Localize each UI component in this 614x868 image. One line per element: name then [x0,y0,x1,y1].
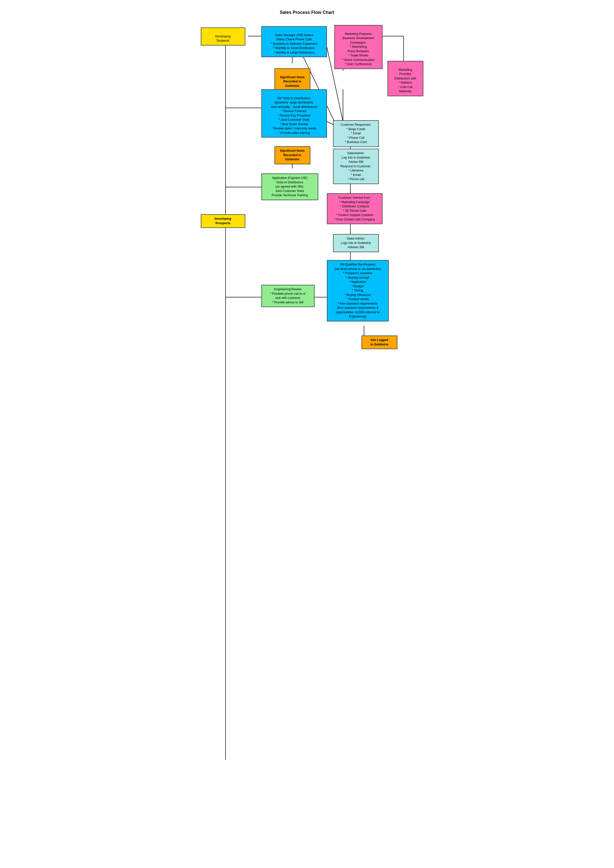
developing-prospects-box: DevelopingProspects [201,214,245,228]
ae-visits-box: Application Engineer (AE)Visits to Distr… [261,174,318,200]
info-logged-box: Info Loggedin Goldmine [361,335,397,349]
sales-admin-2-box: Sales Admin:Logs Info in GoldmineAdvises… [333,234,379,252]
sig-items-1-box: Significant ItemsRecorded inGoldmine [274,68,310,90]
sales-manager-calls-box: Sales Manager (SM) MakesStatus Check Pho… [261,26,327,57]
customer-interest-box: Customer Interest from:* Marketing Campa… [327,193,383,224]
engineering-review-box: Engineering Review* Possible phone call … [261,285,315,307]
flowchart: Developing 'Suspects' Sales Manager (SM)… [196,23,419,814]
sig-items-2-box: Significant ItemsRecorded inGoldmine [274,146,310,164]
marketing-distributors-box: MarketingProvidesDistributors with* Mail… [388,61,423,96]
customer-responses-box: Customer Responses:* Bingo Cards* Email*… [333,120,379,147]
marketing-campaigns-box: Marketing PreparesBusiness DevelopmentCa… [334,25,383,69]
page-title: Sales Process Flow Chart [5,10,609,15]
sm-qualifies-box: SM Qualifies the Prospect(via direct pho… [327,260,389,321]
developing-suspects-box: Developing 'Suspects' [201,28,245,45]
sm-visits-box: SM Visits to Distributors:(Quarterly- la… [261,89,327,138]
sales-admin-1-box: SalesAdmin:Log Info in GoldmineAdvise SM… [333,149,379,184]
